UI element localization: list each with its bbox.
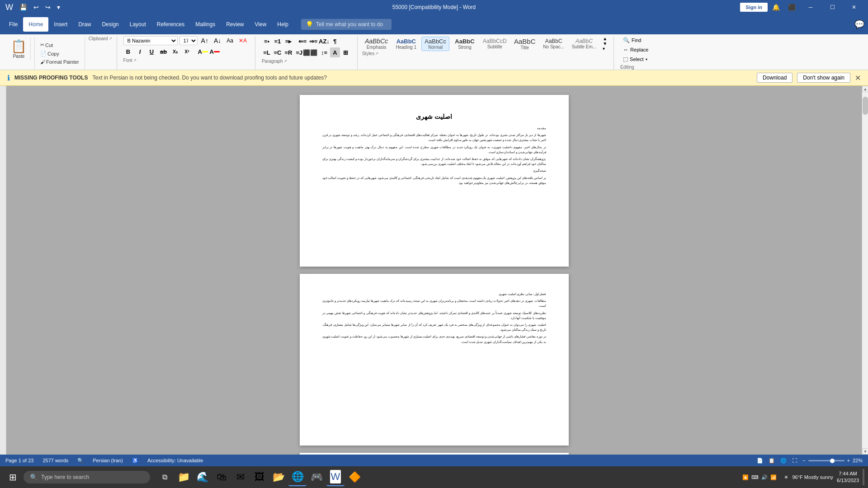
style-title[interactable]: AaBbC Title bbox=[511, 37, 538, 51]
clear-formatting-button[interactable]: ✕A bbox=[237, 37, 249, 45]
scroll-thumb[interactable] bbox=[863, 97, 868, 115]
start-button[interactable]: ⊞ bbox=[4, 468, 22, 486]
font-expand-icon[interactable]: ↗ bbox=[133, 58, 137, 62]
zoom-in-button[interactable]: + bbox=[847, 458, 850, 463]
zoom-out-button[interactable]: − bbox=[802, 458, 805, 463]
font-shrink-button[interactable]: A↓ bbox=[212, 36, 223, 45]
change-case-button[interactable]: Aa bbox=[225, 37, 235, 45]
numbered-list-button[interactable]: ≡1 bbox=[273, 36, 283, 46]
style-strong[interactable]: AaBbC Strong bbox=[451, 37, 478, 51]
styles-expand-icon[interactable]: ↗ bbox=[375, 52, 378, 56]
tell-me-searchbar[interactable]: 💡 Tell me what you want to do bbox=[301, 19, 392, 30]
vertical-scrollbar[interactable]: ▲ ▼ bbox=[862, 86, 868, 455]
subscript-button[interactable]: X₂ bbox=[170, 47, 180, 56]
align-center-button[interactable]: ≡C bbox=[273, 47, 283, 57]
keyboard-icon[interactable]: ⌨ bbox=[751, 474, 759, 480]
taskbar-app-photos[interactable]: 🖼 bbox=[250, 468, 269, 486]
download-button[interactable]: Download bbox=[757, 73, 793, 83]
borders-button[interactable]: ⊞ bbox=[341, 47, 351, 57]
weather-widget[interactable]: ☀ 96°F Mostly sunny bbox=[784, 474, 833, 480]
close-button[interactable]: ✕ bbox=[844, 0, 864, 14]
scroll-down-button[interactable]: ▼ bbox=[862, 448, 868, 455]
ribbon-display-options-icon[interactable]: ⬛ bbox=[784, 2, 799, 13]
scroll-up-button[interactable]: ▲ bbox=[862, 86, 868, 92]
font-grow-button[interactable]: A↑ bbox=[199, 36, 210, 45]
show-desktop-button[interactable] bbox=[863, 469, 864, 485]
clipboard-expand-icon[interactable]: ↗ bbox=[109, 37, 112, 41]
menu-draw[interactable]: Draw bbox=[73, 17, 96, 32]
font-size-select[interactable]: 17 bbox=[179, 36, 198, 45]
notifications-icon[interactable]: 🔔 bbox=[769, 2, 783, 13]
menu-layout[interactable]: Layout bbox=[124, 17, 151, 32]
dont-show-again-button[interactable]: Don't show again bbox=[797, 73, 850, 83]
scroll-track[interactable] bbox=[862, 92, 868, 448]
menu-mailings[interactable]: Mailings bbox=[190, 17, 221, 32]
task-view-button[interactable]: ⧉ bbox=[156, 468, 174, 486]
undo-quick-btn[interactable]: ↩ bbox=[32, 3, 41, 12]
menu-help[interactable]: Help bbox=[272, 17, 294, 32]
document-scroll-area[interactable]: اصلیت شهری مقدمه شهرها از دیر باز مراکز … bbox=[6, 86, 862, 455]
menu-design[interactable]: Design bbox=[96, 17, 124, 32]
sign-in-button[interactable]: Sign in bbox=[740, 3, 768, 12]
taskbar-search[interactable]: 🔍 Type here to search bbox=[24, 471, 150, 483]
web-layout-icon[interactable]: 🌐 bbox=[780, 458, 787, 464]
menu-insert[interactable]: Insert bbox=[48, 17, 73, 32]
sort-button[interactable]: AZ↓ bbox=[319, 36, 329, 46]
superscript-button[interactable]: X² bbox=[182, 47, 192, 56]
maximize-button[interactable]: ☐ bbox=[822, 0, 843, 14]
copy-button[interactable]: 📄 Copy bbox=[38, 50, 81, 57]
menu-view[interactable]: View bbox=[250, 17, 272, 32]
menu-file[interactable]: File bbox=[4, 17, 23, 32]
style-normal[interactable]: AaBbCc Normal bbox=[421, 37, 449, 51]
replace-button[interactable]: ↔ Replace bbox=[620, 46, 651, 54]
select-button[interactable]: ⬚ Select ▾ bbox=[620, 55, 651, 63]
taskbar-app-vlc[interactable]: 🔶 bbox=[345, 468, 363, 486]
strikethrough-button[interactable]: ab bbox=[159, 47, 169, 56]
style-emphasis[interactable]: AaBbCc Emphasis bbox=[362, 37, 391, 51]
taskbar-app-files[interactable]: 📂 bbox=[269, 468, 288, 486]
style-nospace[interactable]: AaBbC No Spac... bbox=[540, 37, 567, 50]
styles-more[interactable]: ▾ bbox=[603, 46, 607, 51]
taskbar-app-edge[interactable]: 🌊 bbox=[193, 468, 212, 486]
cut-button[interactable]: ✂ Cut bbox=[38, 41, 81, 49]
save-quick-btn[interactable]: 💾 bbox=[18, 3, 29, 12]
zoom-slider[interactable] bbox=[808, 460, 844, 461]
format-painter-button[interactable]: 🖌 Format Painter bbox=[38, 58, 81, 66]
system-tray-expand-icon[interactable]: 🔼 bbox=[742, 474, 749, 480]
comments-icon[interactable]: 💬 bbox=[854, 19, 864, 29]
focus-mode-icon[interactable]: ⛶ bbox=[792, 458, 797, 463]
styles-scroll-down[interactable]: ▼ bbox=[603, 41, 607, 46]
line-spacing-button[interactable]: ↕≡ bbox=[319, 47, 329, 57]
show-formatting-button[interactable]: ¶ bbox=[330, 36, 340, 46]
minimize-button[interactable]: ─ bbox=[800, 0, 821, 14]
notification-close-button[interactable]: ✕ bbox=[855, 74, 861, 82]
time-display[interactable]: 7:44 AM 6/13/2023 bbox=[837, 470, 859, 484]
font-family-select[interactable]: B Nazanin bbox=[123, 36, 178, 45]
paste-button[interactable]: 📋 Paste bbox=[7, 37, 31, 61]
column-button[interactable]: ⬛⬛ bbox=[305, 47, 315, 57]
style-heading1[interactable]: AaBbC Heading 1 bbox=[392, 37, 420, 51]
menu-references[interactable]: References bbox=[151, 17, 190, 32]
shading-button[interactable]: A bbox=[330, 47, 340, 57]
taskbar-app-chrome[interactable]: 🌐 bbox=[288, 468, 307, 486]
align-right-button[interactable]: ≡R bbox=[283, 47, 293, 57]
bold-button[interactable]: B bbox=[123, 47, 133, 56]
style-subtleemph[interactable]: AaBbC Subtle Em... bbox=[569, 37, 599, 50]
underline-button[interactable]: U bbox=[147, 47, 157, 56]
taskbar-app-word[interactable]: W bbox=[326, 468, 344, 486]
italic-button[interactable]: I bbox=[135, 47, 145, 56]
customize-quick-access-btn[interactable]: ▾ bbox=[55, 3, 62, 12]
taskbar-app-file-explorer[interactable]: 📁 bbox=[175, 468, 193, 486]
read-mode-icon[interactable]: 📄 bbox=[757, 458, 763, 464]
text-highlight-button[interactable]: A bbox=[198, 47, 208, 56]
taskbar-app-mail[interactable]: ✉ bbox=[231, 468, 250, 486]
wifi-icon[interactable]: 📶 bbox=[770, 474, 777, 480]
decrease-indent-button[interactable]: ⇐≡ bbox=[297, 36, 307, 46]
bullet-list-button[interactable]: ≡• bbox=[262, 36, 272, 46]
redo-quick-btn[interactable]: ↪ bbox=[43, 3, 52, 12]
menu-review[interactable]: Review bbox=[221, 17, 249, 32]
multilevel-list-button[interactable]: ≡▸ bbox=[283, 36, 293, 46]
zoom-handle[interactable] bbox=[830, 459, 835, 463]
taskbar-app-store[interactable]: 🛍 bbox=[212, 468, 231, 486]
styles-scroll-up[interactable]: ▲ bbox=[603, 36, 607, 41]
